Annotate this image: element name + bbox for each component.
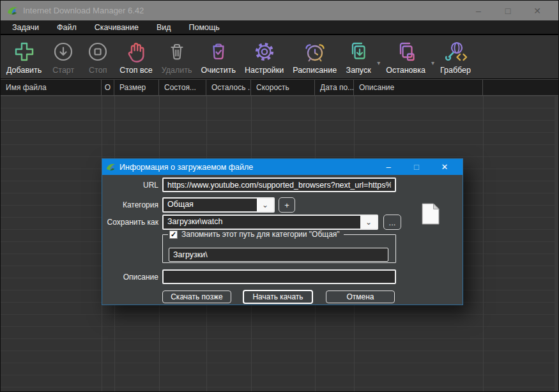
url-label: URL xyxy=(102,181,158,190)
menu-view[interactable]: Вид xyxy=(148,20,180,34)
chevron-down-icon[interactable]: ⌄ xyxy=(360,216,377,229)
category-combobox[interactable]: Общая ⌄ xyxy=(162,197,275,213)
clear-trash-check-icon xyxy=(206,39,231,64)
column-header-status[interactable]: Состоя... xyxy=(159,80,206,95)
stop-all-hand-icon xyxy=(123,39,149,64)
toolbar-button-stop-queue[interactable]: Остановка xyxy=(381,38,430,76)
column-header-speed[interactable]: Скорость xyxy=(251,80,315,95)
toolbar-button-stop-all[interactable]: Стоп все xyxy=(115,38,157,76)
toolbar-button-start[interactable]: Старт xyxy=(46,38,80,76)
window-close-button[interactable]: ✕ xyxy=(523,1,552,20)
cancel-button[interactable]: Отмена xyxy=(326,290,395,303)
browse-button[interactable]: ... xyxy=(383,215,401,230)
toolbar: Добавить Старт Стоп Стоп все xyxy=(1,35,558,79)
save-as-value: Загрузки\watch xyxy=(164,216,360,229)
url-input[interactable] xyxy=(162,177,396,192)
dialog-minimize-button[interactable]: – xyxy=(374,159,402,175)
menu-help[interactable]: Помощь xyxy=(180,20,229,34)
download-list-header: Имя файла О Размер Состоя... Осталось ..… xyxy=(1,79,558,96)
file-type-icon xyxy=(422,203,440,227)
idm-logo-icon xyxy=(106,162,116,172)
stop-queue-icon xyxy=(393,39,418,64)
menu-download[interactable]: Скачивание xyxy=(86,20,148,34)
description-input[interactable] xyxy=(162,269,396,284)
start-download-icon xyxy=(50,39,76,64)
dialog-maximize-button[interactable]: □ xyxy=(402,159,431,175)
stop-queue-dropdown-arrow[interactable]: ▾ xyxy=(430,59,436,66)
toolbar-button-grabber[interactable]: Граббер xyxy=(436,38,475,76)
add-category-button[interactable]: + xyxy=(279,197,295,213)
download-info-dialog: Информация о загружаемом файле – □ ✕ URL… xyxy=(102,158,463,305)
stop-icon xyxy=(85,39,111,64)
window-minimize-button[interactable]: – xyxy=(464,1,493,20)
column-header-size[interactable]: Размер xyxy=(114,80,159,95)
save-as-label: Сохранить как xyxy=(102,218,158,227)
column-header-queue[interactable]: О xyxy=(102,80,114,95)
toolbar-button-delete[interactable]: Удалить xyxy=(157,38,197,76)
chevron-down-icon[interactable]: ⌄ xyxy=(257,199,273,211)
start-queue-dropdown-arrow[interactable]: ▾ xyxy=(376,59,381,66)
remember-path-checkbox[interactable]: ✓ xyxy=(169,230,178,239)
dialog-titlebar[interactable]: Информация о загружаемом файле – □ ✕ xyxy=(102,159,463,175)
idm-main-window: Internet Download Manager 6.42 – □ ✕ Зад… xyxy=(0,0,559,392)
titlebar: Internet Download Manager 6.42 – □ ✕ xyxy=(1,1,558,20)
settings-gear-icon xyxy=(252,39,277,64)
toolbar-button-add[interactable]: Добавить xyxy=(2,38,46,76)
dialog-body: URL Категория Общая ⌄ + Сохранить как За… xyxy=(102,175,463,305)
dialog-title: Информация о загружаемом файле xyxy=(119,163,253,172)
menu-file[interactable]: Файл xyxy=(48,20,86,34)
add-plus-icon xyxy=(11,39,37,64)
checkmark-icon: ✓ xyxy=(171,231,176,238)
remember-path-label: Запомнить этот путь для категории "Общая… xyxy=(181,230,340,239)
dialog-controls: – □ ✕ xyxy=(374,159,459,175)
toolbar-button-start-queue[interactable]: Запуск xyxy=(341,38,376,76)
column-header-filename[interactable]: Имя файла xyxy=(1,80,102,95)
menu-tasks[interactable]: Задачи xyxy=(3,20,48,34)
dialog-close-button[interactable]: ✕ xyxy=(431,159,459,175)
idm-logo-icon xyxy=(7,5,18,16)
grabber-globe-icon xyxy=(443,39,468,64)
remember-path-groupbox: ✓ Запомнить этот путь для категории "Общ… xyxy=(162,230,396,263)
column-header-timeleft[interactable]: Осталось ... xyxy=(206,80,251,95)
delete-trash-icon xyxy=(164,39,190,64)
start-download-button[interactable]: Начать качать xyxy=(243,290,313,304)
column-header-description[interactable]: Описание xyxy=(354,80,483,95)
grid-line xyxy=(483,96,484,391)
column-header-date[interactable]: Дата по... xyxy=(315,80,354,95)
column-header-empty xyxy=(483,80,558,95)
toolbar-button-stop[interactable]: Стоп xyxy=(80,38,115,76)
toolbar-button-clear[interactable]: Очистить xyxy=(197,38,240,76)
menubar: Задачи Файл Скачивание Вид Помощь xyxy=(1,20,558,34)
category-label: Категория xyxy=(102,200,158,209)
start-queue-icon xyxy=(346,39,371,64)
window-title: Internet Download Manager 6.42 xyxy=(23,6,144,15)
toolbar-button-settings[interactable]: Настройки xyxy=(240,38,288,76)
download-later-button[interactable]: Скачать позже xyxy=(162,290,231,303)
window-controls: – □ ✕ xyxy=(464,1,552,20)
window-maximize-button[interactable]: □ xyxy=(493,1,523,20)
description-label: Описание xyxy=(102,273,158,282)
schedule-clock-icon xyxy=(302,39,328,64)
toolbar-button-schedule[interactable]: Расписание xyxy=(288,38,341,76)
category-path-input[interactable] xyxy=(169,248,388,262)
save-as-combobox[interactable]: Загрузки\watch ⌄ xyxy=(162,215,378,230)
category-value: Общая xyxy=(164,199,257,211)
